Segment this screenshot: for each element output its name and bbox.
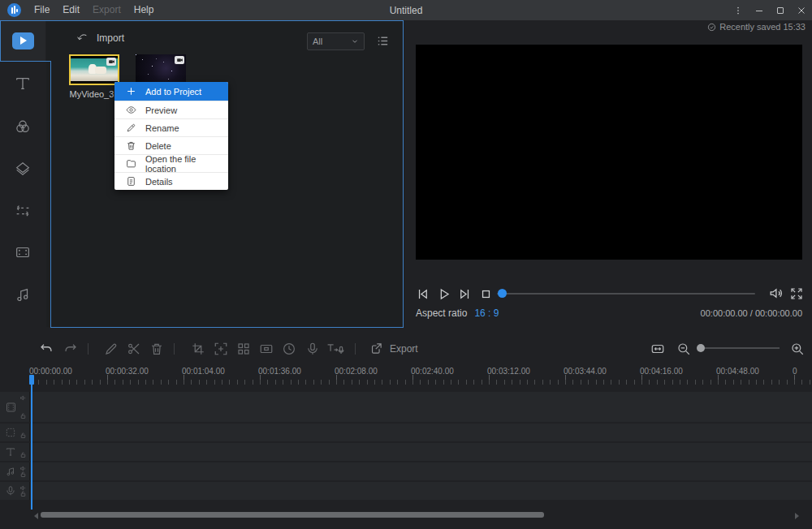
previous-frame-button[interactable] — [414, 286, 430, 302]
menu-edit[interactable]: Edit — [56, 0, 86, 20]
fullscreen-icon[interactable] — [789, 286, 804, 301]
sidebar-tab-transitions[interactable] — [0, 195, 45, 227]
sidebar-tab-media[interactable] — [0, 24, 45, 57]
track-lock-icon[interactable] — [19, 490, 27, 497]
scroll-left-arrow[interactable] — [34, 513, 38, 519]
playhead-handle[interactable] — [29, 375, 34, 385]
details-icon — [126, 176, 136, 187]
music-track[interactable] — [0, 462, 812, 480]
music-note-icon — [5, 466, 16, 477]
media-filter-dropdown[interactable]: All — [307, 32, 365, 50]
save-status: Recently saved 15:33 — [707, 22, 806, 32]
crop-icon[interactable] — [191, 342, 205, 356]
seek-handle[interactable] — [498, 289, 507, 298]
microphone-icon — [5, 485, 16, 497]
fit-timeline-icon[interactable] — [650, 342, 665, 356]
trash-icon — [126, 140, 136, 151]
sidebar-tab-elements[interactable] — [0, 236, 45, 269]
track-lock-icon[interactable] — [19, 471, 27, 478]
media-clip-thumbnail-selected[interactable] — [69, 54, 119, 85]
menu-export: Export — [86, 0, 127, 20]
preview-video-area — [416, 45, 802, 260]
menu-help[interactable]: Help — [127, 0, 161, 20]
zoom-out-icon[interactable] — [676, 342, 691, 356]
zoom-in-icon[interactable] — [790, 342, 805, 356]
context-menu-preview[interactable]: Preview — [114, 101, 228, 118]
pip-track-header — [0, 424, 30, 441]
track-mute-icon[interactable] — [19, 394, 27, 402]
next-frame-button[interactable] — [456, 286, 473, 302]
edit-icon[interactable] — [104, 342, 119, 356]
title-bar: File Edit Export Help Untitled — [0, 0, 812, 20]
aspect-ratio-value[interactable]: 16 : 9 — [474, 308, 499, 319]
freeze-frame-icon[interactable] — [259, 342, 274, 356]
active-tab-underline — [0, 61, 51, 62]
sidebar-tab-text[interactable] — [0, 67, 45, 100]
more-options-icon[interactable] — [728, 0, 749, 20]
timeline-tracks — [0, 388, 812, 510]
elements-icon — [14, 243, 32, 261]
mosaic-icon[interactable] — [236, 342, 251, 356]
import-icon — [76, 32, 89, 45]
minimize-button[interactable] — [749, 0, 770, 20]
import-button[interactable]: Import — [76, 32, 124, 45]
panel-highlight-bottom — [50, 327, 404, 328]
timeline-zoom-slider[interactable] — [705, 347, 780, 349]
video-track-header — [0, 392, 30, 422]
sidebar-tab-music[interactable] — [0, 278, 45, 311]
timeline-zoom-handle[interactable] — [697, 344, 705, 352]
seek-bar[interactable] — [497, 293, 755, 295]
zoom-select-icon[interactable] — [214, 342, 228, 356]
timeline-ruler[interactable]: 00:00:00.00 00:00:32.00 00:01:04.00 00:0… — [0, 364, 812, 387]
playhead-line — [31, 375, 32, 510]
context-menu-add-to-project[interactable]: Add to Project — [114, 82, 228, 101]
redo-icon[interactable] — [63, 342, 78, 356]
app-logo-icon — [7, 3, 21, 17]
check-circle-icon — [707, 23, 716, 32]
context-menu-open-file-location[interactable]: Open the file location — [114, 154, 228, 172]
voiceover-track[interactable] — [0, 482, 812, 500]
track-lock-icon[interactable] — [19, 451, 27, 458]
track-lock-icon[interactable] — [19, 412, 27, 419]
context-menu-rename[interactable]: Rename — [114, 118, 228, 136]
film-strip-icon — [5, 401, 17, 413]
maximize-button[interactable] — [770, 0, 791, 20]
play-button[interactable] — [435, 286, 451, 302]
pip-track[interactable] — [0, 424, 812, 441]
horizontal-scrollbar[interactable] — [41, 512, 544, 518]
menu-file[interactable]: File — [28, 0, 56, 20]
delete-icon[interactable] — [149, 342, 164, 356]
sidebar-tab-filters[interactable] — [0, 110, 45, 143]
video-camera-badge-icon — [175, 56, 184, 64]
context-menu: Add to Project Preview Rename Delete Ope… — [114, 82, 228, 190]
context-menu-details[interactable]: Details — [114, 172, 228, 190]
split-scissors-icon[interactable] — [127, 342, 141, 356]
undo-icon[interactable] — [39, 342, 54, 356]
stop-button[interactable] — [477, 286, 494, 302]
scroll-right-arrow[interactable] — [795, 513, 799, 519]
media-clip-thumbnail[interactable] — [136, 54, 186, 85]
video-track[interactable] — [0, 392, 812, 422]
text-track-header — [0, 443, 30, 461]
volume-icon[interactable] — [768, 286, 784, 301]
sidebar-tab-overlays[interactable] — [0, 153, 45, 185]
filters-icon — [14, 118, 32, 135]
duration-clock-icon[interactable] — [282, 342, 296, 356]
close-button[interactable] — [791, 0, 812, 20]
overlays-icon — [14, 160, 32, 178]
aspect-ratio-label: Aspect ratio — [416, 308, 467, 319]
panel-highlight-left-upper — [0, 20, 1, 62]
text-track-icon — [5, 446, 16, 458]
chevron-down-icon — [351, 37, 359, 45]
context-menu-delete[interactable]: Delete — [114, 136, 228, 154]
record-voiceover-icon[interactable] — [305, 342, 320, 356]
transitions-icon — [14, 202, 32, 220]
track-lock-icon[interactable] — [19, 432, 27, 439]
text-track[interactable] — [0, 443, 812, 461]
folder-icon — [126, 158, 136, 169]
panel-highlight-left — [50, 61, 51, 328]
list-view-icon[interactable] — [376, 34, 390, 48]
export-button[interactable]: Export — [369, 342, 418, 355]
plus-icon — [126, 86, 136, 97]
text-to-speech-icon[interactable] — [326, 342, 344, 356]
